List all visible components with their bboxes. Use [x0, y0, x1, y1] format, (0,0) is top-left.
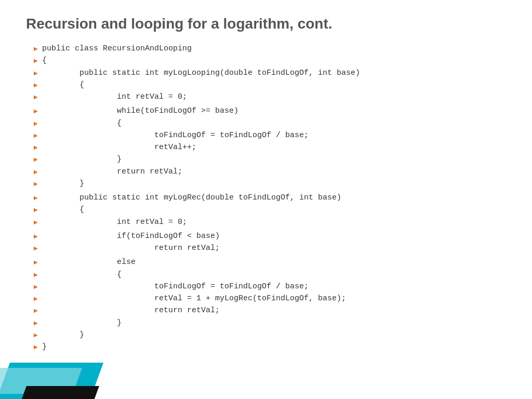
code-text: } [42, 341, 47, 353]
code-text: retVal++; [42, 141, 196, 153]
bullet-arrow: ▶ [34, 131, 39, 140]
bullet-arrow: ▶ [34, 168, 39, 176]
code-line: ▶ int retVal = 0; [34, 91, 511, 103]
code-line: ▶public class RecursionAndLooping [34, 43, 511, 55]
bullet-arrow: ▶ [34, 81, 39, 89]
bullet-arrow: ▶ [34, 69, 39, 77]
bullet-arrow: ▶ [34, 119, 39, 128]
code-text: } [42, 178, 84, 190]
corner-decoration [0, 352, 104, 399]
code-text: { [42, 79, 84, 91]
code-line: ▶ { [34, 269, 511, 281]
code-text: return retVal; [42, 242, 220, 254]
code-line: ▶ } [34, 153, 511, 165]
code-text: int retVal = 0; [42, 216, 187, 228]
code-line: ▶ int retVal = 0; [34, 216, 511, 228]
code-text: else [42, 256, 136, 268]
code-text: { [42, 204, 84, 216]
code-text: { [42, 55, 47, 66]
code-text: toFindLogOf = toFindLogOf / base; [42, 129, 309, 141]
code-text: } [42, 317, 122, 329]
bullet-arrow: ▶ [34, 155, 39, 164]
code-text: while(toFindLogOf >= base) [42, 105, 238, 117]
code-line: ▶ return retVal; [34, 242, 511, 254]
code-line: ▶ else [34, 256, 511, 268]
slide-container: Recursion and looping for a logarithm, c… [0, 0, 532, 399]
bullet-arrow: ▶ [34, 295, 39, 303]
bullet-arrow: ▶ [34, 57, 39, 65]
code-line: ▶ } [34, 178, 511, 190]
code-text: toFindLogOf = toFindLogOf / base; [42, 281, 309, 292]
bullet-arrow: ▶ [34, 107, 39, 115]
code-line: ▶ { [34, 117, 511, 129]
bullet-arrow: ▶ [34, 194, 39, 202]
code-line: ▶} [34, 341, 511, 353]
code-line: ▶ return retVal; [34, 304, 511, 316]
code-text: } [42, 329, 84, 341]
corner-shape-black [21, 386, 99, 399]
code-line: ▶ toFindLogOf = toFindLogOf / base; [34, 281, 511, 292]
code-text: { [42, 117, 122, 129]
bullet-arrow: ▶ [34, 143, 39, 152]
code-text: if(toFindLogOf < base) [42, 230, 220, 242]
bullet-arrow: ▶ [34, 343, 39, 351]
code-text: public static int myLogRec(double toFind… [42, 192, 341, 204]
code-text: public static int myLogLooping(double to… [42, 67, 360, 79]
code-text: return retVal; [42, 304, 220, 316]
bullet-arrow: ▶ [34, 271, 39, 279]
bullet-arrow: ▶ [34, 319, 39, 327]
code-area: ▶public class RecursionAndLooping▶{▶ pub… [21, 43, 511, 353]
code-text: int retVal = 0; [42, 91, 187, 103]
bullet-arrow: ▶ [34, 206, 39, 214]
bullet-arrow: ▶ [34, 331, 39, 339]
slide-title: Recursion and looping for a logarithm, c… [21, 16, 511, 32]
bullet-arrow: ▶ [34, 232, 39, 241]
code-line: ▶ return retVal; [34, 166, 511, 178]
code-line: ▶ retVal = 1 + myLogRec(toFindLogOf, bas… [34, 292, 511, 304]
code-line: ▶{ [34, 55, 511, 66]
bullet-arrow: ▶ [34, 45, 39, 53]
bullet-arrow: ▶ [34, 307, 39, 315]
bullet-arrow: ▶ [34, 180, 39, 188]
bullet-arrow: ▶ [34, 258, 39, 267]
code-line: ▶ } [34, 317, 511, 329]
code-text: public class RecursionAndLooping [42, 43, 192, 55]
code-line: ▶ { [34, 79, 511, 91]
code-line: ▶ } [34, 329, 511, 341]
code-line: ▶ toFindLogOf = toFindLogOf / base; [34, 129, 511, 141]
code-line: ▶ public static int myLogLooping(double … [34, 67, 511, 79]
code-text: { [42, 269, 122, 281]
bullet-arrow: ▶ [34, 93, 39, 101]
code-line: ▶ while(toFindLogOf >= base) [34, 105, 511, 117]
code-line: ▶ if(toFindLogOf < base) [34, 230, 511, 242]
code-text: return retVal; [42, 166, 182, 178]
code-text: retVal = 1 + myLogRec(toFindLogOf, base)… [42, 292, 346, 304]
bullet-arrow: ▶ [34, 283, 39, 291]
code-line: ▶ public static int myLogRec(double toFi… [34, 192, 511, 204]
code-line: ▶ retVal++; [34, 141, 511, 153]
bullet-arrow: ▶ [34, 244, 39, 252]
bullet-arrow: ▶ [34, 218, 39, 227]
code-text: } [42, 153, 122, 165]
code-line: ▶ { [34, 204, 511, 216]
